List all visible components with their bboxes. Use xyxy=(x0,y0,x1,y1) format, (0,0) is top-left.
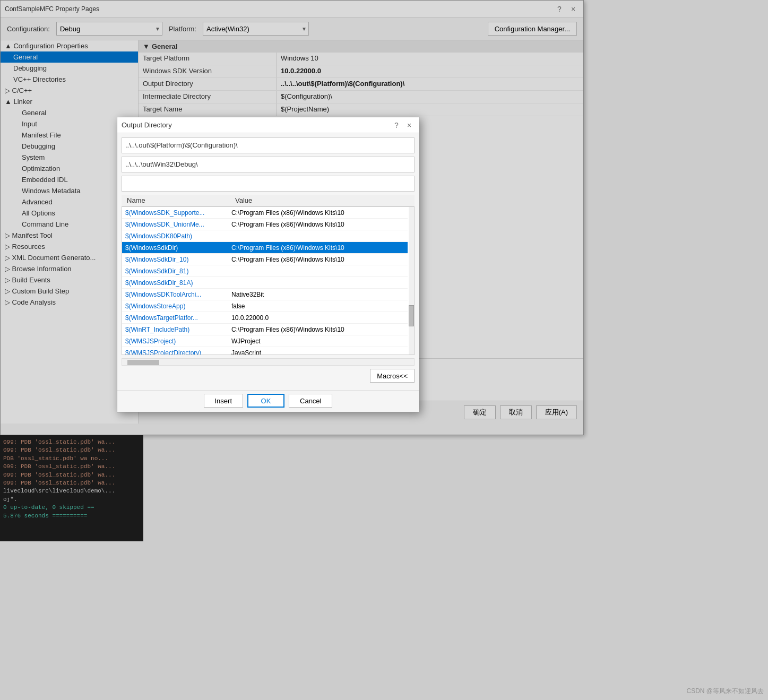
modal-row-name: $(WindowsSDK_Supporte... xyxy=(125,209,231,217)
modal-row-name: $(WindowsTargetPlatfor... xyxy=(125,314,231,322)
modal-table-row[interactable]: $(WindowsSdkDir)C:\Program Files (x86)\W… xyxy=(122,242,408,254)
modal-scrollbar-thumb[interactable] xyxy=(409,305,414,326)
modal-horiz-thumb xyxy=(127,360,159,365)
modal-resolved-value: ..\..\..\out\Win32\Debug\ xyxy=(125,160,198,168)
modal-title-bar: Output Directory ? × xyxy=(117,117,419,133)
modal-row-name: $(WindowsSDK_UnionMe... xyxy=(125,221,231,228)
modal-row-name: $(WindowsSdkDir_81A) xyxy=(125,279,231,287)
modal-scrollbar[interactable] xyxy=(409,207,414,355)
modal-table-row[interactable]: $(WindowsSDKToolArchi...Native32Bit xyxy=(122,289,408,300)
modal-scroll-area: $(WindowsSDK_Supporte...C:\Program Files… xyxy=(122,207,414,355)
modal-input-area[interactable]: ..\..\.out\$(Platform)\$(Configuration)\ xyxy=(122,137,415,153)
modal-insert-button[interactable]: Insert xyxy=(204,394,244,408)
modal-table-row[interactable]: $(WindowsSdkDir_81A) xyxy=(122,277,408,289)
modal-table-row[interactable]: $(WindowsSdkDir_81) xyxy=(122,265,408,277)
modal-title: Output Directory xyxy=(122,121,172,129)
modal-row-value: WJProject xyxy=(231,338,404,345)
modal-table-header: Name Value xyxy=(122,195,415,206)
modal-table-row[interactable]: $(WindowsSdkDir_10)C:\Program Files (x86… xyxy=(122,254,408,265)
modal-footer: Insert OK Cancel xyxy=(117,390,419,412)
modal-table-row[interactable]: $(WindowsSDK80Path) xyxy=(122,230,408,242)
modal-row-name: $(WinRT_IncludePath) xyxy=(125,326,231,333)
modal-body: ..\..\.out\$(Platform)\$(Configuration)\… xyxy=(117,133,419,390)
modal-table-row[interactable]: $(WMSJSProject)WJProject xyxy=(122,335,408,347)
modal-row-name: $(WindowsStoreApp) xyxy=(125,303,231,310)
modal-table-row[interactable]: $(WindowsTargetPlatfor...10.0.22000.0 xyxy=(122,312,408,324)
modal-row-value: JavaScript xyxy=(231,349,404,356)
modal-horiz-scroll[interactable] xyxy=(122,358,415,366)
modal-input-value: ..\..\.out\$(Platform)\$(Configuration)\ xyxy=(125,141,238,149)
modal-table-row[interactable]: $(WindowsStoreApp)false xyxy=(122,300,408,312)
modal-rows: $(WindowsSDK_Supporte...C:\Program Files… xyxy=(122,207,414,355)
modal-table-row[interactable]: $(WMSJSProjectDirectory)JavaScript xyxy=(122,347,408,355)
modal-resolved-area: ..\..\..\out\Win32\Debug\ xyxy=(122,157,415,172)
modal-question-button[interactable]: ? xyxy=(391,120,402,131)
modal-table-row[interactable]: $(WindowsSDK_Supporte...C:\Program Files… xyxy=(122,207,408,219)
modal-macros-container: Macros<< xyxy=(122,369,415,383)
modal-row-value: 10.0.22000.0 xyxy=(231,314,404,322)
macros-button[interactable]: Macros<< xyxy=(370,369,415,383)
modal-row-value: Native32Bit xyxy=(231,291,404,298)
modal-row-name: $(WindowsSdkDir_10) xyxy=(125,256,231,263)
modal-row-name: $(WindowsSdkDir) xyxy=(125,244,231,252)
modal-cancel-button[interactable]: Cancel xyxy=(289,394,332,408)
modal-close-button[interactable]: × xyxy=(404,120,415,131)
modal-row-value: C:\Program Files (x86)\Windows Kits\10 xyxy=(231,244,404,252)
modal-ok-button[interactable]: OK xyxy=(247,394,284,408)
modal-row-name: $(WMSJSProject) xyxy=(125,338,231,345)
modal-row-name: $(WindowsSdkDir_81) xyxy=(125,267,231,275)
table-header-name: Name xyxy=(125,196,231,204)
modal-row-value: C:\Program Files (x86)\Windows Kits\10 xyxy=(231,256,404,263)
modal-row-name: $(WindowsSDKToolArchi... xyxy=(125,291,231,298)
modal-row-value: false xyxy=(231,303,404,310)
modal-table-row[interactable]: $(WindowsSDK_UnionMe...C:\Program Files … xyxy=(122,219,408,230)
modal-table-row[interactable]: $(WinRT_IncludePath)C:\Program Files (x8… xyxy=(122,324,408,335)
modal-row-value: C:\Program Files (x86)\Windows Kits\10 xyxy=(231,326,404,333)
modal-controls: ? × xyxy=(391,120,415,131)
modal-dialog: Output Directory ? × ..\..\.out\$(Platfo… xyxy=(117,117,419,412)
table-header-value: Value xyxy=(231,196,411,204)
modal-row-name: $(WMSJSProjectDirectory) xyxy=(125,349,231,356)
modal-row-value: C:\Program Files (x86)\Windows Kits\10 xyxy=(231,221,404,228)
modal-row-value: C:\Program Files (x86)\Windows Kits\10 xyxy=(231,209,404,217)
modal-row-name: $(WindowsSDK80Path) xyxy=(125,232,231,240)
modal-empty-area xyxy=(122,176,415,192)
modal-table-container[interactable]: $(WindowsSDK_Supporte...C:\Program Files… xyxy=(122,206,415,355)
